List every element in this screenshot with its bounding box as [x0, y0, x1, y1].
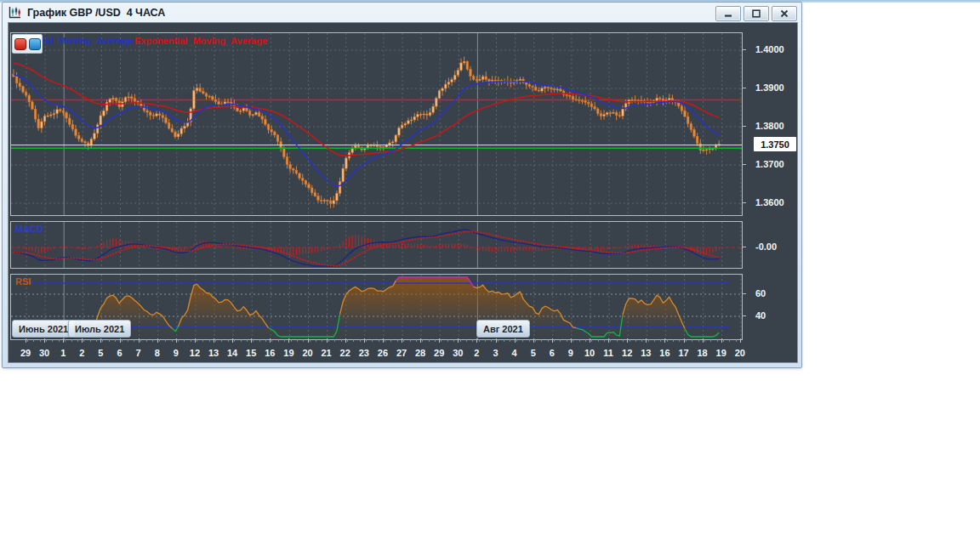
month-marker-june: Июнь 2021 [12, 320, 75, 338]
legend-ma-red: Exponential_Moving_Average [134, 36, 267, 46]
maximize-button[interactable] [744, 6, 769, 21]
x-axis-label: 28 [415, 348, 425, 358]
indicator-axis-tick [742, 315, 746, 316]
x-axis-tick [646, 338, 647, 343]
macd-panel-label: MACD [15, 224, 43, 234]
indicator-axis-tick [742, 293, 746, 294]
close-button[interactable] [772, 6, 797, 21]
x-axis-tick [327, 338, 328, 343]
x-axis-label: 8 [155, 348, 160, 358]
x-axis-tick [214, 338, 214, 343]
x-axis-tick [139, 338, 140, 343]
x-axis-tick [270, 338, 271, 343]
indicator-toggle-panel [12, 34, 43, 54]
x-axis-tick [100, 338, 101, 343]
x-axis-label: 19 [716, 348, 726, 358]
x-axis-tick [308, 338, 309, 343]
x-axis-tick [515, 338, 516, 343]
x-axis-tick [590, 338, 590, 343]
minimize-icon [724, 9, 732, 18]
price-axis-label: 1.3800 [755, 121, 784, 131]
x-axis-label: 16 [265, 348, 275, 358]
price-axis-label: 1.3700 [755, 159, 784, 169]
x-axis-tick [496, 338, 497, 343]
indicator-toggle-blue-button[interactable] [29, 38, 41, 50]
x-axis-label: 13 [641, 348, 651, 358]
x-axis-label: 11 [603, 348, 613, 358]
x-axis-tick [420, 338, 421, 343]
x-axis-label: 30 [39, 348, 49, 358]
x-axis-tick [703, 338, 704, 343]
x-axis-tick [608, 338, 609, 343]
minimize-button[interactable] [715, 6, 741, 21]
x-axis-tick [157, 338, 158, 343]
x-axis-label: 9 [568, 348, 573, 358]
x-axis-label: 16 [659, 348, 669, 358]
macd-chart[interactable] [10, 221, 743, 269]
x-axis-label: 6 [550, 348, 555, 358]
rsi-axis-label: 60 [755, 288, 766, 298]
x-axis-label: 30 [453, 348, 463, 358]
x-axis-tick [383, 338, 384, 343]
x-axis-tick [740, 338, 741, 343]
titlebar[interactable]: График GBP /USD 4 ЧАСА [3, 3, 801, 22]
x-axis-label: 5 [531, 348, 536, 358]
price-axis-tick [742, 49, 746, 50]
x-axis-tick [458, 338, 459, 343]
x-axis-label: 3 [493, 348, 498, 358]
x-axis-label: 10 [584, 348, 595, 358]
x-axis-label: 22 [340, 348, 350, 358]
candlestick-chart-icon [8, 6, 22, 20]
indicator-toggle-red-button[interactable] [14, 38, 26, 50]
price-axis-tick [742, 202, 746, 203]
x-axis-tick [176, 338, 177, 343]
price-axis-label: 1.4000 [755, 44, 784, 54]
x-axis-label: 6 [117, 348, 122, 358]
price-axis-label: 1.3900 [755, 82, 784, 93]
x-axis-label: 21 [321, 348, 331, 358]
rsi-panel-label: RSI [15, 276, 31, 287]
x-axis-tick [552, 338, 553, 343]
price-axis-tick [742, 164, 746, 165]
x-axis-tick [533, 338, 534, 343]
x-axis-label: 19 [283, 348, 293, 358]
x-axis-label: 27 [396, 348, 407, 358]
x-axis-tick [26, 338, 26, 343]
chart-window: График GBP /USD 4 ЧАСА [2, 2, 802, 368]
x-axis-label: 2 [79, 348, 84, 358]
indicator-axis-tick [742, 247, 746, 247]
x-axis-tick [364, 338, 365, 343]
x-axis-label: 20 [735, 348, 745, 358]
x-axis-label: 2 [474, 348, 479, 358]
x-axis-label: 12 [190, 348, 200, 358]
window-controls [715, 6, 797, 21]
x-axis-label: 18 [697, 348, 707, 358]
x-axis-label: 5 [98, 348, 103, 358]
x-axis-tick [664, 338, 665, 343]
x-axis-tick [627, 338, 628, 343]
x-axis-tick [63, 338, 64, 343]
macd-axis-value: -0.00 [755, 241, 777, 252]
x-axis-tick [721, 338, 722, 343]
x-axis-tick [402, 338, 402, 343]
x-axis-label: 29 [434, 348, 444, 358]
close-icon [780, 9, 789, 18]
x-axis-tick [82, 338, 83, 343]
x-axis-label: 4 [512, 348, 517, 358]
month-marker-july: Июль 2021 [68, 320, 131, 338]
price-axis-tick [742, 126, 746, 127]
x-axis-tick [684, 338, 685, 343]
x-axis-label: 9 [174, 348, 179, 358]
x-axis-minor-ticks [27, 339, 742, 342]
current-price-box: 1.3750 [754, 137, 796, 151]
x-axis-tick [251, 338, 252, 343]
chart-content: Exponential_Moving_Average Exponential_M… [8, 22, 798, 363]
x-axis-tick [195, 338, 196, 343]
price-chart[interactable] [10, 32, 743, 216]
x-axis-tick [288, 338, 289, 343]
x-axis-label: 13 [208, 348, 219, 358]
price-axis-tick [742, 88, 746, 88]
x-axis-label: 26 [378, 348, 388, 358]
x-axis-tick [345, 338, 346, 343]
x-axis-label: 7 [136, 348, 141, 358]
